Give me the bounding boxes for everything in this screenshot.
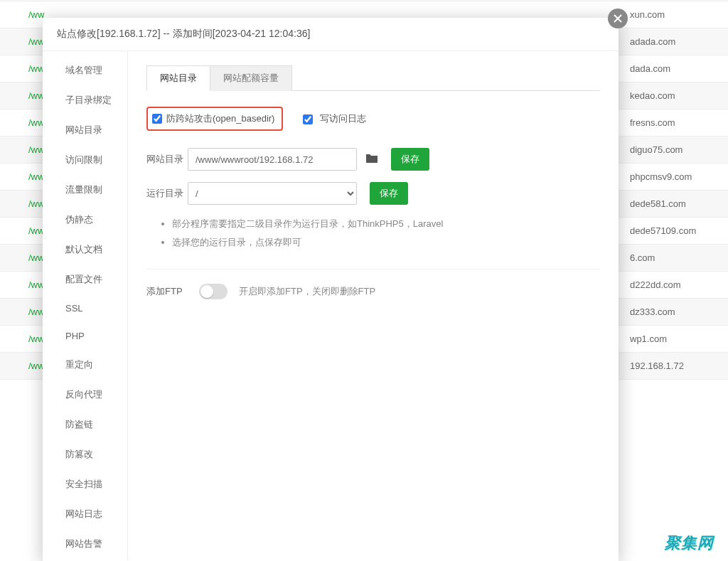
ftp-tip: 开启即添加FTP，关闭即删除FTP bbox=[239, 285, 375, 298]
open-basedir-checkbox[interactable] bbox=[152, 114, 162, 124]
row-domain: fresns.com bbox=[619, 117, 728, 128]
watermark: 聚集网 bbox=[665, 533, 714, 554]
sidebar-item[interactable]: 防篡改 bbox=[43, 439, 127, 469]
close-icon bbox=[613, 14, 623, 23]
row-action[interactable]: 查看 bbox=[256, 0, 469, 1]
modal-sidebar: 域名管理子目录绑定网站目录访问限制流量限制伪静态默认文档配置文件SSLPHP重定… bbox=[43, 51, 128, 560]
sidebar-item[interactable]: 伪静态 bbox=[43, 205, 127, 235]
sidebar-item[interactable]: 域名管理 bbox=[43, 55, 127, 85]
sidebar-item[interactable]: 网站日志 bbox=[43, 499, 127, 529]
sidebar-item[interactable]: 网站目录 bbox=[43, 115, 127, 145]
row-domain: dede581.com bbox=[619, 198, 728, 209]
tab-quota[interactable]: 网站配额容量 bbox=[210, 65, 292, 91]
sidebar-item[interactable]: 流量限制 bbox=[43, 175, 127, 205]
sidebar-item[interactable]: 安全扫描 bbox=[43, 469, 127, 499]
run-dir-save-button[interactable]: 保存 bbox=[370, 182, 408, 205]
tab-site-dir[interactable]: 网站目录 bbox=[146, 65, 210, 91]
row-domain: dz333.com bbox=[619, 306, 728, 317]
content-tabs: 网站目录 网站配额容量 bbox=[146, 65, 600, 91]
open-basedir-label: 防跨站攻击(open_basedir) bbox=[166, 112, 274, 125]
sidebar-item[interactable]: 网站告警 bbox=[43, 529, 127, 559]
sidebar-item[interactable]: 反向代理 bbox=[43, 380, 127, 410]
close-button[interactable] bbox=[608, 9, 628, 28]
row-expire: 永久 bbox=[469, 0, 619, 1]
sidebar-item[interactable]: PHP bbox=[43, 322, 127, 350]
sidebar-item[interactable]: SSL bbox=[43, 294, 127, 322]
row-domain: adada.com bbox=[619, 36, 728, 47]
sidebar-item[interactable]: 防盗链 bbox=[43, 410, 127, 439]
sidebar-item[interactable]: 访问限制 bbox=[43, 145, 127, 175]
site-edit-modal: 站点修改[192.168.1.72] -- 添加时间[2023-04-21 12… bbox=[43, 18, 619, 561]
site-dir-input[interactable] bbox=[188, 148, 357, 171]
site-dir-label: 网站目录 bbox=[146, 153, 188, 166]
modal-title: 站点修改[192.168.1.72] -- 添加时间[2023-04-21 12… bbox=[43, 18, 619, 51]
row-domain: wp1.com bbox=[619, 333, 728, 344]
modal-content: 网站目录 网站配额容量 防跨站攻击(open_basedir) 写访问日志 网站… bbox=[128, 51, 619, 560]
row-domain: xun.com bbox=[619, 9, 728, 20]
checkbox-row: 防跨站攻击(open_basedir) 写访问日志 bbox=[146, 107, 600, 131]
row-domain: 192.168.1.72 bbox=[619, 360, 728, 371]
run-dir-row: 运行目录 / 保存 bbox=[146, 182, 600, 205]
open-basedir-highlight: 防跨站攻击(open_basedir) bbox=[146, 107, 283, 131]
site-dir-row: 网站目录 保存 bbox=[146, 148, 600, 171]
ftp-label: 添加FTP bbox=[146, 285, 188, 298]
sidebar-item[interactable]: 重定向 bbox=[43, 350, 127, 380]
row-domain: diguo75.com bbox=[619, 144, 728, 155]
tip-item: 选择您的运行目录，点保存即可 bbox=[172, 236, 600, 249]
ftp-toggle[interactable] bbox=[199, 284, 228, 299]
sidebar-item[interactable]: 配置文件 bbox=[43, 265, 127, 294]
row-domain: kedao.com bbox=[619, 90, 728, 101]
row-domain: phpcmsv9.com bbox=[619, 171, 728, 182]
sidebar-item[interactable]: 默认文档 bbox=[43, 235, 127, 265]
row-domain: d222dd.com bbox=[619, 279, 728, 290]
divider bbox=[146, 269, 600, 269]
tip-item: 部分程序需要指定二级目录作为运行目录，如ThinkPHP5，Laravel bbox=[172, 218, 600, 230]
row-domain: dada.com bbox=[619, 63, 728, 74]
sidebar-item[interactable]: 子目录绑定 bbox=[43, 85, 127, 115]
run-dir-label: 运行目录 bbox=[146, 187, 188, 200]
access-log-checkbox[interactable] bbox=[303, 114, 313, 124]
row-domain: 6.com bbox=[619, 252, 728, 263]
site-dir-save-button[interactable]: 保存 bbox=[391, 148, 429, 171]
access-log-label: 写访问日志 bbox=[320, 113, 366, 124]
run-dir-select[interactable]: / bbox=[188, 182, 357, 205]
folder-icon[interactable] bbox=[365, 153, 378, 166]
access-log-wrap: 写访问日志 bbox=[303, 112, 366, 125]
tips-list: 部分程序需要指定二级目录作为运行目录，如ThinkPHP5，Laravel 选择… bbox=[172, 218, 600, 249]
ftp-row: 添加FTP 开启即添加FTP，关闭即删除FTP bbox=[146, 284, 600, 299]
row-domain: dede57109.com bbox=[619, 225, 728, 236]
